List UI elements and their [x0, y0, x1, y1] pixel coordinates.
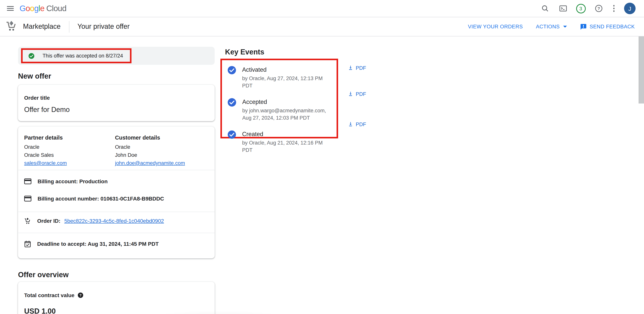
download-icon [348, 65, 354, 71]
customer-details-heading: Customer details [115, 134, 208, 141]
svg-text:?: ? [597, 6, 600, 11]
calendar-check-icon [24, 240, 31, 248]
pdf-label: PDF [356, 91, 366, 97]
event-title: Activated [242, 66, 333, 74]
event-check-icon [227, 66, 236, 75]
event-title: Accepted [242, 98, 326, 106]
page-actions: VIEW YOUR ORDERS ACTIONS SEND FEEDBACK [468, 23, 635, 30]
more-options-icon[interactable] [612, 5, 616, 12]
deadline-text: Deadline to accept: Aug 31, 2024, 11:45 … [37, 241, 159, 247]
help-tooltip-icon[interactable]: ? [78, 292, 84, 298]
event-check-icon [227, 98, 236, 107]
order-id-row: Order ID: 5bec822c-3293-4c5c-8fed-1c040e… [24, 216, 208, 225]
help-icon[interactable]: ? [594, 4, 604, 14]
logo-letter: l [38, 4, 40, 13]
offer-accepted-banner: This offer was accepted on 8/27/24 [18, 47, 215, 65]
total-contract-value-card: Total contract value ? USD 1.00 [18, 282, 215, 314]
download-pdf-link-accepted[interactable]: PDF [348, 90, 366, 98]
menu-icon[interactable] [7, 6, 14, 11]
partner-details: Partner details Oracle Oracle Sales sale… [24, 134, 115, 170]
top-navbar: Google Cloud 3 ? [0, 0, 644, 17]
page-title: Your private offer [78, 22, 130, 31]
parties-section: Partner details Oracle Oracle Sales sale… [18, 126, 215, 170]
order-title-value: Offer for Demo [24, 106, 208, 114]
download-icon [348, 121, 354, 127]
banner-message: This offer was accepted on 8/27/24 [42, 53, 123, 59]
billing-account-number-text: Billing account number: 010631-0C1FA8-B9… [38, 196, 164, 202]
google-cloud-logo[interactable]: Google Cloud [20, 4, 66, 13]
cloud-shell-icon[interactable] [558, 4, 568, 14]
event-detail: by john.wargo@acmedynamite.com, Aug 27, … [242, 107, 326, 122]
partner-email-link[interactable]: sales@oracle.com [24, 160, 67, 166]
annotation-box-banner: This offer was accepted on 8/27/24 [21, 48, 132, 63]
order-title-label: Order title [24, 94, 208, 101]
svg-text:?: ? [80, 294, 82, 297]
search-icon[interactable] [540, 4, 550, 14]
event-accepted: Accepted by john.wargo@acmedynamite.com,… [227, 98, 333, 122]
partner-name: Oracle Sales [24, 151, 115, 159]
view-your-orders-label: VIEW YOUR ORDERS [468, 24, 523, 30]
actions-label: ACTIONS [536, 24, 560, 30]
vertical-scrollbar[interactable] [639, 36, 644, 104]
event-activated: Activated by Oracle, Aug 27, 2024, 12:13… [227, 66, 333, 89]
section-title-new-offer: New offer [18, 72, 51, 80]
annotation-box-key-events: Activated by Oracle, Aug 27, 2024, 12:13… [220, 59, 338, 138]
partner-details-heading: Partner details [24, 134, 115, 141]
credit-card-icon [24, 196, 32, 202]
page-header-bar: Marketplace Your private offer VIEW YOUR… [0, 17, 644, 36]
chevron-down-icon [563, 26, 567, 28]
main-content: This offer was accepted on 8/27/24 New o… [0, 37, 644, 314]
pdf-label: PDF [356, 121, 366, 127]
view-your-orders-button[interactable]: VIEW YOUR ORDERS [468, 24, 523, 30]
event-detail: by Oracle, Aug 27, 2024, 12:13 PM PDT [242, 75, 333, 89]
gcp-marketplace-private-offer-page: Google Cloud 3 ? [0, 0, 644, 314]
section-title-offer-overview: Offer overview [18, 271, 68, 279]
offer-details-card: Partner details Oracle Oracle Sales sale… [18, 126, 215, 258]
avatar[interactable]: J [624, 3, 636, 14]
success-check-icon [28, 52, 35, 59]
section-title-key-events: Key Events [225, 48, 264, 56]
order-cart-icon [24, 217, 31, 224]
order-title-card: Order title Offer for Demo [18, 85, 215, 121]
header-divider [69, 21, 70, 32]
total-contract-value: USD 1.00 [24, 307, 208, 314]
customer-name: John Doe [115, 151, 208, 159]
deadline-section: Deadline to accept: Aug 31, 2024, 11:45 … [18, 233, 215, 248]
logo-cloud-text: Cloud [46, 4, 66, 13]
order-id-label: Order ID: [37, 218, 60, 224]
actions-dropdown-button[interactable]: ACTIONS [536, 24, 567, 30]
notifications-badge[interactable]: 3 [576, 4, 586, 13]
customer-details: Customer details Oracle John Doe john.do… [115, 134, 208, 170]
logo-letter: o [30, 4, 34, 13]
download-pdf-link-created[interactable]: PDF [348, 120, 366, 128]
breadcrumb-product[interactable]: Marketplace [23, 22, 60, 31]
customer-company: Oracle [115, 143, 208, 151]
pdf-label: PDF [356, 65, 366, 71]
download-pdf-link-activated[interactable]: PDF [348, 64, 366, 72]
credit-card-icon [24, 178, 32, 184]
top-actions: 3 ? J [540, 3, 636, 14]
marketplace-cart-icon [5, 19, 18, 34]
billing-account-number-row: Billing account number: 010631-0C1FA8-B9… [24, 194, 208, 203]
logo-letter: e [40, 4, 44, 13]
key-events-section: Key Events Activated by Oracle, Aug 27, … [220, 37, 385, 190]
send-feedback-label: SEND FEEDBACK [590, 24, 635, 30]
event-created: Created by Oracle, Aug 21, 2024, 12:16 P… [227, 130, 333, 154]
feedback-icon [580, 23, 587, 30]
customer-email-link[interactable]: john.doe@acmedynamite.com [115, 160, 185, 166]
billing-section: Billing account: Production Billing acco… [18, 170, 215, 212]
logo-letter: G [20, 4, 26, 13]
order-id-section: Order ID: 5bec822c-3293-4c5c-8fed-1c040e… [18, 212, 215, 233]
logo-letter: g [34, 4, 38, 13]
deadline-row: Deadline to accept: Aug 31, 2024, 11:45 … [24, 240, 208, 248]
billing-account-row: Billing account: Production [24, 177, 208, 186]
billing-account-text: Billing account: Production [38, 178, 108, 184]
order-id-link[interactable]: 5bec822c-3293-4c5c-8fed-1c040ebd0902 [64, 218, 164, 224]
download-icon [348, 91, 354, 97]
total-contract-value-label: Total contract value [24, 292, 74, 299]
send-feedback-button[interactable]: SEND FEEDBACK [580, 23, 635, 30]
event-check-icon [227, 130, 236, 139]
event-detail: by Oracle, Aug 21, 2024, 12:16 PM PDT [242, 139, 333, 154]
logo-letter: o [26, 4, 30, 13]
event-title: Created [242, 130, 333, 138]
